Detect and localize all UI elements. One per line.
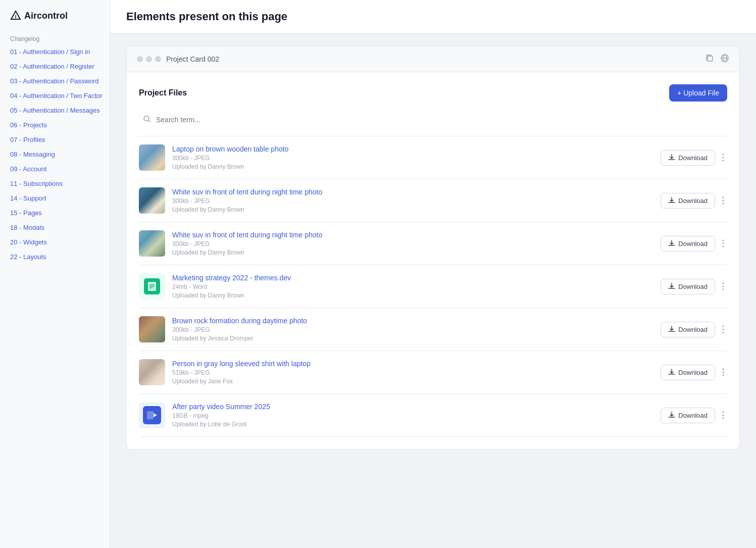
svg-point-10 bbox=[723, 160, 724, 162]
card-title-icons bbox=[705, 54, 729, 65]
file-thumbnail bbox=[139, 144, 165, 171]
svg-point-25 bbox=[723, 329, 724, 330]
sidebar-item-20[interactable]: 20 - Widgets bbox=[0, 235, 110, 250]
sidebar-item-11[interactable]: 11 - Subscriptions bbox=[0, 176, 110, 191]
globe-icon[interactable] bbox=[720, 54, 729, 65]
more-icon bbox=[722, 282, 724, 290]
file-actions: Download bbox=[661, 365, 727, 380]
file-actions: Download bbox=[661, 150, 727, 166]
svg-point-16 bbox=[723, 246, 724, 247]
card-title: Project Card 002 bbox=[166, 55, 700, 63]
main-body: Project Card 002 bbox=[110, 34, 756, 548]
download-button[interactable]: Download bbox=[661, 365, 715, 380]
file-actions: Download bbox=[661, 408, 727, 423]
upload-file-button[interactable]: + Upload File bbox=[669, 84, 727, 102]
file-name: Laptop on brown wooden table photo bbox=[172, 145, 653, 153]
download-button[interactable]: Download bbox=[661, 279, 715, 294]
sidebar-item-07[interactable]: 07 - Profiles bbox=[0, 132, 110, 147]
sidebar-item-15[interactable]: 15 - Pages bbox=[0, 206, 110, 220]
sidebar-item-04[interactable]: 04 - Authentication / Two Factor bbox=[0, 88, 110, 103]
file-meta: 300kb - JPEG bbox=[172, 240, 653, 247]
file-uploader: Uploaded by Lotte de Groot bbox=[172, 421, 653, 428]
download-button[interactable]: Download bbox=[661, 236, 715, 252]
search-input[interactable] bbox=[139, 112, 727, 128]
file-meta: 300kb - JPEG bbox=[172, 326, 653, 333]
card-titlebar: Project Card 002 bbox=[127, 46, 739, 72]
file-name: Brown rock formation during daytime phot… bbox=[172, 317, 653, 325]
svg-rect-30 bbox=[147, 411, 154, 419]
file-name: After party video Summer 2025 bbox=[172, 403, 653, 411]
file-info: Laptop on brown wooden table photo 300kb… bbox=[172, 145, 653, 170]
svg-point-28 bbox=[723, 372, 724, 373]
svg-point-9 bbox=[723, 157, 724, 159]
download-button[interactable]: Download bbox=[661, 408, 715, 423]
file-item: Brown rock formation during daytime phot… bbox=[139, 308, 727, 351]
file-actions: Download bbox=[661, 279, 727, 294]
sidebar-item-14[interactable]: 14 - Support bbox=[0, 191, 110, 206]
svg-point-32 bbox=[723, 412, 724, 413]
file-item: Laptop on brown wooden table photo 300kb… bbox=[139, 136, 727, 179]
file-name: Marketing strategy 2022 - themes.dev bbox=[172, 274, 653, 282]
svg-point-13 bbox=[723, 203, 724, 205]
download-icon bbox=[668, 283, 675, 290]
svg-point-33 bbox=[723, 415, 724, 416]
more-options-button[interactable] bbox=[719, 152, 727, 164]
svg-point-22 bbox=[723, 286, 724, 287]
more-icon bbox=[722, 368, 724, 376]
svg-point-11 bbox=[723, 197, 724, 198]
file-uploader: Uploaded by Jessica Dromper bbox=[172, 335, 653, 342]
sidebar: Aircontrol Changelog 01 - Authentication… bbox=[0, 0, 110, 548]
file-meta: 24mb - Word bbox=[172, 283, 653, 290]
more-options-button[interactable] bbox=[719, 280, 727, 292]
doc-icon bbox=[144, 278, 160, 294]
file-meta: 519kb - JPEG bbox=[172, 369, 653, 376]
svg-point-15 bbox=[723, 243, 724, 244]
file-uploader: Uploaded by Danny Brown bbox=[172, 206, 653, 213]
file-thumbnail bbox=[139, 316, 165, 342]
download-button[interactable]: Download bbox=[661, 150, 715, 166]
traffic-light-1 bbox=[137, 56, 143, 62]
file-info: Person in gray long sleeved shirt with l… bbox=[172, 360, 653, 385]
main-content: Elements present on this page Project Ca… bbox=[110, 0, 756, 548]
more-icon bbox=[722, 325, 724, 333]
svg-marker-31 bbox=[154, 413, 157, 417]
copy-icon[interactable] bbox=[705, 54, 714, 65]
more-options-button[interactable] bbox=[719, 194, 727, 207]
file-info: White suv in front of tent during night … bbox=[172, 188, 653, 213]
file-meta: 300kb - JPEG bbox=[172, 155, 653, 162]
sidebar-item-03[interactable]: 03 - Authentication / Password bbox=[0, 74, 110, 88]
sidebar-item-22[interactable]: 22 - Layouts bbox=[0, 250, 110, 264]
sidebar-item-18[interactable]: 18 - Modals bbox=[0, 220, 110, 235]
file-meta: 300kb - JPEG bbox=[172, 197, 653, 205]
traffic-lights bbox=[137, 56, 161, 62]
more-options-button[interactable] bbox=[719, 366, 727, 378]
file-thumbnail bbox=[139, 230, 165, 257]
sidebar-item-05[interactable]: 05 - Authentication / Messages bbox=[0, 103, 110, 118]
more-options-button[interactable] bbox=[719, 323, 727, 335]
sidebar-item-08[interactable]: 08 - Messaging bbox=[0, 147, 110, 162]
download-button[interactable]: Download bbox=[661, 193, 715, 209]
file-list: Laptop on brown wooden table photo 300kb… bbox=[139, 136, 727, 437]
page-title: Elements present on this page bbox=[126, 10, 740, 23]
download-button[interactable]: Download bbox=[661, 322, 715, 337]
file-item: White suv in front of tent during night … bbox=[139, 222, 727, 265]
more-options-button[interactable] bbox=[719, 237, 727, 250]
files-title: Project Files bbox=[139, 88, 187, 97]
file-info: Marketing strategy 2022 - themes.dev 24m… bbox=[172, 274, 653, 299]
sidebar-item-06[interactable]: 06 - Projects bbox=[0, 118, 110, 132]
file-actions: Download bbox=[661, 193, 727, 209]
more-options-button[interactable] bbox=[719, 409, 727, 421]
logo-icon bbox=[10, 10, 21, 21]
sidebar-item-09[interactable]: 09 - Account bbox=[0, 162, 110, 176]
file-item: Marketing strategy 2022 - themes.dev 24m… bbox=[139, 265, 727, 308]
file-info: Brown rock formation during daytime phot… bbox=[172, 317, 653, 342]
file-name: White suv in front of tent during night … bbox=[172, 188, 653, 196]
sidebar-item-02[interactable]: 02 - Authentication / Register bbox=[0, 59, 110, 74]
file-info: After party video Summer 2025 18GB - mpe… bbox=[172, 403, 653, 428]
more-icon bbox=[722, 196, 724, 205]
sidebar-item-01[interactable]: 01 - Authentication / Sign in bbox=[0, 44, 110, 59]
file-thumbnail bbox=[139, 402, 165, 428]
file-uploader: Uploaded by Danny Brown bbox=[172, 249, 653, 256]
download-icon bbox=[668, 197, 675, 204]
page-header: Elements present on this page bbox=[110, 0, 756, 34]
